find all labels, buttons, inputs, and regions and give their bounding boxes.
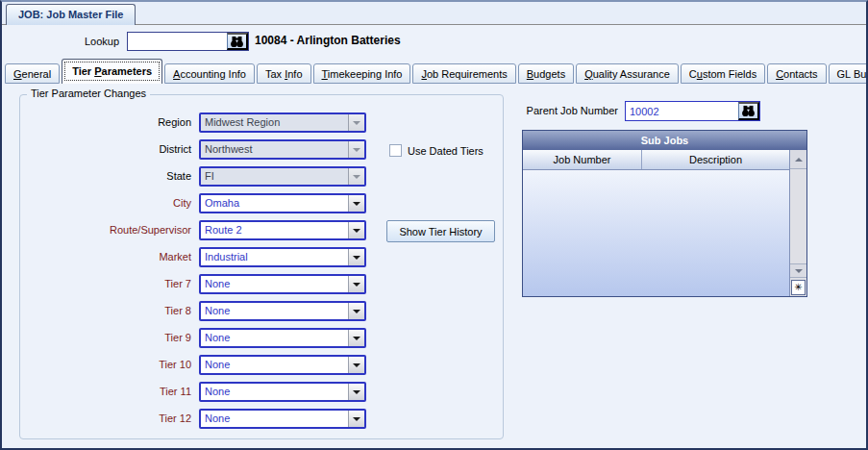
field-row-tier-8: Tier 8None (2, 301, 366, 328)
field-label-tier-12: Tier 12 (2, 409, 195, 429)
city-dropdown-button[interactable] (348, 195, 364, 212)
market-dropdown-button[interactable] (348, 249, 364, 265)
show-tier-history-button[interactable]: Show Tier History (386, 220, 495, 242)
job-master-file-window: JOB: Job Master File Lookup 10084 - Arli… (0, 0, 868, 450)
tier-10-value: None (201, 357, 348, 373)
chevron-down-icon (353, 283, 360, 287)
chevron-down-icon (353, 202, 360, 206)
tier-7-combobox[interactable]: None (199, 274, 366, 294)
tier-12-value: None (201, 411, 348, 427)
route-supervisor-combobox[interactable]: Route 2 (199, 220, 366, 240)
region-dropdown-button[interactable] (348, 114, 364, 131)
tier-9-combobox[interactable]: None (199, 328, 366, 348)
field-row-tier-12: Tier 12None (2, 409, 366, 436)
sub-jobs-grid-title: Sub Jobs (523, 131, 806, 150)
column-header-description[interactable]: Description (642, 150, 789, 169)
chevron-down-icon (353, 256, 360, 260)
scrollbar-down-button[interactable] (790, 263, 806, 278)
field-label-region: Region (2, 112, 195, 133)
tier-9-value: None (201, 330, 348, 346)
field-row-city: CityOmaha (2, 193, 366, 220)
window-tab-label: JOB: Job Master File (18, 9, 123, 20)
chevron-down-icon (353, 390, 360, 394)
district-dropdown-button[interactable] (348, 141, 364, 158)
scrollbar-up-button[interactable] (790, 150, 806, 169)
scroll-down-icon (795, 269, 803, 273)
route-supervisor-value: Route 2 (201, 222, 348, 238)
scroll-up-icon (795, 158, 803, 162)
tab-accounting-info[interactable]: Accounting Info (164, 63, 255, 84)
binoculars-icon (230, 36, 244, 48)
tab-tier-parameters[interactable]: Tier Parameters (62, 59, 162, 84)
window-tab-job-master-file[interactable]: JOB: Job Master File (6, 4, 136, 25)
tab-job-requirements[interactable]: Job Requirements (412, 63, 515, 84)
tab-budgets[interactable]: Budgets (518, 63, 574, 84)
binoculars-icon (741, 105, 756, 117)
tier-9-dropdown-button[interactable] (348, 330, 364, 346)
field-label-city: City (2, 193, 195, 213)
column-header-job-number[interactable]: Job Number (523, 150, 642, 169)
add-new-row-button[interactable]: ✳ (791, 280, 806, 295)
use-dated-tiers-checkbox[interactable] (389, 144, 402, 157)
district-value: Northwest (201, 141, 348, 158)
parent-job-number-field (625, 101, 760, 121)
lookup-input[interactable] (128, 33, 227, 50)
group-title: Tier Parameter Changes (27, 88, 150, 99)
lookup-label: Lookup (2, 36, 119, 47)
sub-jobs-grid: Sub Jobs Job Number Description ✳ (522, 130, 807, 297)
city-combobox[interactable]: Omaha (199, 193, 366, 213)
tier-10-dropdown-button[interactable] (348, 357, 364, 373)
parent-job-number-input[interactable] (626, 102, 738, 120)
chevron-down-icon (353, 310, 360, 313)
field-label-district: District (2, 139, 195, 160)
tab-custom-fields[interactable]: Custom Fields (681, 63, 765, 84)
tier-8-combobox[interactable]: None (199, 301, 366, 321)
sub-jobs-grid-columns-and-body: Job Number Description (523, 150, 789, 296)
tier-12-combobox[interactable]: None (199, 409, 366, 429)
lookup-search-button[interactable] (227, 33, 248, 50)
use-dated-tiers-row: Use Dated Tiers (389, 144, 484, 157)
tier-10-combobox[interactable]: None (199, 355, 366, 375)
field-row-region: RegionMidwest Region (2, 112, 366, 139)
parent-job-number-row: Parent Job Number (521, 101, 760, 121)
state-dropdown-button[interactable] (348, 168, 364, 185)
tab-contacts[interactable]: Contacts (767, 63, 826, 84)
tab-quality-assurance[interactable]: Quality Assurance (576, 63, 679, 84)
field-row-state: StateFI (2, 166, 366, 193)
tier-8-value: None (201, 303, 348, 319)
field-row-tier-10: Tier 10None (2, 355, 366, 382)
field-label-state: State (2, 166, 195, 187)
tier-8-dropdown-button[interactable] (348, 303, 364, 319)
field-label-market: Market (2, 247, 195, 267)
record-title: 10084 - Arlington Batteries (255, 34, 401, 47)
tier-7-dropdown-button[interactable] (348, 276, 364, 292)
chevron-down-icon (353, 337, 360, 340)
tier-12-dropdown-button[interactable] (348, 411, 364, 427)
tab-tax-info[interactable]: Tax Info (257, 63, 311, 84)
scrollbar-track[interactable] (790, 169, 806, 263)
tier-11-combobox[interactable]: None (199, 382, 366, 402)
tab-timekeeping-info[interactable]: Timekeeping Info (313, 63, 411, 84)
use-dated-tiers-label: Use Dated Tiers (408, 145, 484, 157)
tier-11-dropdown-button[interactable] (348, 384, 364, 400)
field-label-tier-10: Tier 10 (2, 355, 195, 375)
new-row-asterisk-icon: ✳ (794, 283, 802, 292)
chevron-down-icon (353, 229, 360, 233)
chevron-down-icon (353, 417, 360, 421)
tab-gl-budgets[interactable]: GL Budgets (829, 63, 868, 84)
field-row-tier-7: Tier 7None (2, 274, 366, 301)
region-combobox[interactable]: Midwest Region (199, 112, 366, 133)
state-combobox[interactable]: FI (199, 166, 366, 187)
parent-job-search-button[interactable] (738, 102, 759, 120)
parent-job-number-label: Parent Job Number (521, 101, 618, 121)
route-supervisor-dropdown-button[interactable] (348, 222, 364, 238)
field-label-tier-9: Tier 9 (2, 328, 195, 348)
district-combobox[interactable]: Northwest (199, 139, 366, 160)
chevron-down-icon (353, 121, 360, 125)
market-combobox[interactable]: Industrial (199, 247, 366, 267)
tab-general[interactable]: General (5, 63, 60, 84)
sub-jobs-grid-body[interactable] (523, 170, 789, 296)
chevron-down-icon (353, 363, 360, 367)
market-value: Industrial (201, 249, 348, 265)
field-row-tier-11: Tier 11None (2, 382, 366, 409)
